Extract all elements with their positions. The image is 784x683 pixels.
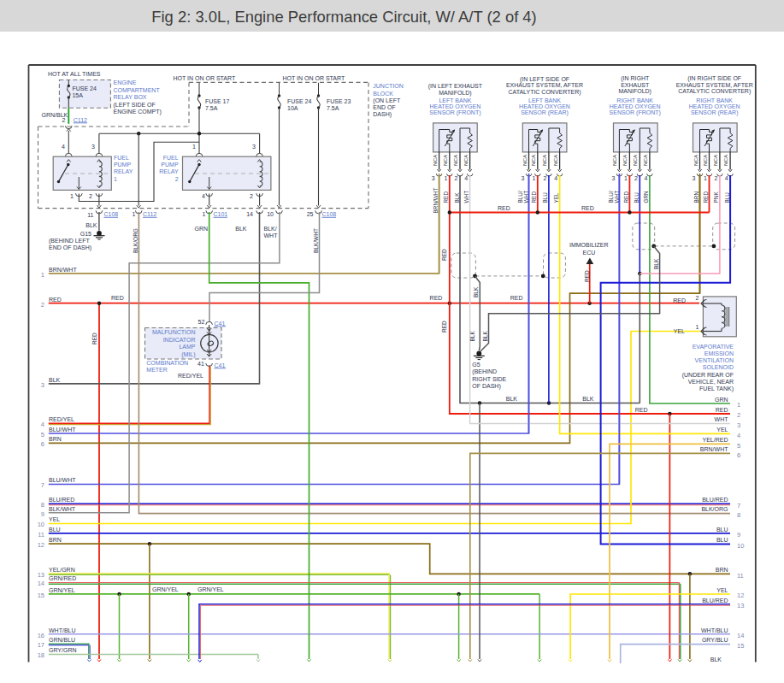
svg-text:2: 2	[714, 175, 717, 181]
svg-text:RED: RED	[531, 191, 537, 203]
svg-text:GRN/RED: GRN/RED	[49, 575, 76, 581]
svg-text:BLU: BLU	[49, 527, 61, 533]
svg-text:RED: RED	[49, 297, 62, 303]
svg-text:C41: C41	[215, 362, 226, 368]
svg-text:(BEHIND: (BEHIND	[472, 368, 497, 375]
svg-text:C108: C108	[104, 211, 119, 217]
svg-text:EXHAUST SYSTEM, AFTER: EXHAUST SYSTEM, AFTER	[676, 82, 753, 88]
svg-text:18: 18	[38, 651, 44, 659]
svg-text:YEL: YEL	[674, 328, 685, 334]
svg-text:G15: G15	[80, 231, 91, 237]
svg-text:BLK/WHT: BLK/WHT	[313, 228, 319, 253]
svg-text:NCA: NCA	[432, 154, 438, 166]
svg-text:FUSE 23: FUSE 23	[327, 98, 351, 104]
svg-text:WHT: WHT	[463, 191, 469, 203]
svg-text:13: 13	[737, 602, 744, 609]
svg-text:BLU/: BLU/	[608, 191, 614, 203]
svg-text:RED: RED	[584, 270, 590, 282]
svg-text:25: 25	[307, 211, 314, 217]
svg-text:2: 2	[455, 175, 458, 181]
svg-text:LEFT BANK: LEFT BANK	[528, 97, 561, 103]
svg-text:BLU/RED: BLU/RED	[49, 497, 74, 503]
svg-text:EXHAUST SYSTEM, AFTER: EXHAUST SYSTEM, AFTER	[506, 82, 583, 88]
svg-text:BLK/ORG: BLK/ORG	[701, 506, 728, 512]
svg-text:INDICATOR: INDICATOR	[163, 337, 196, 343]
svg-text:EVAPORATIVE: EVAPORATIVE	[693, 344, 734, 350]
svg-text:WHT/BLU: WHT/BLU	[701, 627, 728, 633]
svg-text:NCA: NCA	[622, 154, 628, 166]
svg-text:BRN: BRN	[716, 567, 728, 573]
svg-text:LAMP: LAMP	[179, 344, 195, 350]
svg-text:BLU/RED: BLU/RED	[702, 497, 728, 503]
svg-text:15A: 15A	[72, 92, 83, 98]
svg-text:RED: RED	[716, 407, 728, 413]
svg-text:2: 2	[89, 193, 92, 199]
svg-text:4: 4	[644, 175, 647, 181]
svg-text:BLU: BLU	[724, 192, 730, 203]
svg-text:3: 3	[522, 175, 525, 181]
svg-text:BRN: BRN	[693, 191, 699, 203]
svg-text:C101: C101	[214, 211, 228, 217]
svg-text:1: 1	[70, 193, 74, 199]
svg-text:RELAY: RELAY	[114, 168, 133, 174]
svg-text:C108: C108	[322, 211, 337, 217]
svg-text:NCA: NCA	[722, 154, 728, 166]
svg-text:BLOCK: BLOCK	[373, 91, 393, 97]
svg-text:RED: RED	[441, 321, 447, 333]
svg-text:(MIL): (MIL)	[181, 351, 195, 358]
svg-text:WHT: WHT	[614, 191, 620, 203]
svg-text:RED: RED	[635, 407, 648, 413]
svg-text:GRN: GRN	[195, 226, 209, 232]
svg-text:52: 52	[198, 319, 205, 325]
svg-text:RED: RED	[111, 295, 124, 301]
svg-text:MANIFOLD): MANIFOLD)	[439, 90, 472, 97]
svg-text:NCA: NCA	[530, 154, 536, 166]
svg-text:RIGHT BANK: RIGHT BANK	[616, 97, 653, 103]
svg-text:14: 14	[246, 211, 253, 217]
svg-text:BLU: BLU	[542, 192, 548, 203]
svg-text:RED: RED	[623, 191, 629, 203]
svg-text:RED: RED	[443, 191, 449, 203]
svg-text:RED: RED	[441, 249, 447, 261]
svg-text:3: 3	[693, 175, 696, 181]
svg-text:BLK: BLK	[653, 258, 659, 269]
svg-text:BLK: BLK	[710, 657, 722, 662]
svg-text:YEL: YEL	[716, 427, 728, 433]
svg-text:BLK: BLK	[49, 377, 61, 383]
svg-text:1: 1	[696, 324, 699, 330]
svg-text:BLK: BLK	[235, 226, 247, 232]
svg-text:BLU/WHT: BLU/WHT	[49, 427, 76, 433]
svg-text:YEL: YEL	[553, 192, 559, 203]
svg-text:1: 1	[532, 175, 535, 181]
svg-text:SENSOR (FRONT): SENSOR (FRONT)	[610, 109, 661, 116]
svg-text:BLK: BLK	[454, 192, 460, 203]
svg-text:CATALYTIC CONVERTER): CATALYTIC CONVERTER)	[508, 89, 581, 96]
svg-text:RED: RED	[581, 205, 594, 211]
svg-text:BLK: BLK	[85, 222, 97, 228]
svg-text:BRN/WHT: BRN/WHT	[49, 267, 77, 273]
svg-text:2: 2	[543, 175, 546, 181]
svg-text:GRN/YEL: GRN/YEL	[152, 586, 179, 592]
svg-text:C112: C112	[74, 117, 87, 123]
svg-text:8: 8	[737, 511, 740, 519]
svg-text:RED: RED	[430, 295, 443, 301]
svg-text:YEL/RED: YEL/RED	[703, 437, 728, 443]
svg-text:10: 10	[267, 211, 274, 217]
svg-text:6: 6	[41, 440, 44, 448]
svg-text:BLU: BLU	[716, 527, 728, 533]
svg-text:1: 1	[41, 271, 44, 279]
svg-text:BLK: BLK	[506, 396, 518, 402]
svg-text:2: 2	[696, 295, 699, 301]
svg-text:12: 12	[737, 592, 744, 599]
svg-text:1: 1	[192, 144, 196, 150]
svg-text:FUSE 17: FUSE 17	[205, 98, 230, 104]
svg-text:11: 11	[38, 531, 44, 539]
svg-text:1: 1	[737, 401, 740, 409]
svg-text:WHT: WHT	[264, 233, 279, 238]
svg-text:3: 3	[737, 421, 740, 429]
svg-text:2: 2	[41, 301, 44, 309]
svg-text:MANIFOLD): MANIFOLD)	[618, 88, 651, 95]
svg-text:7.5A: 7.5A	[205, 105, 218, 111]
svg-text:(UNDER REAR OF: (UNDER REAR OF	[682, 372, 734, 379]
svg-text:YEL: YEL	[716, 587, 728, 593]
